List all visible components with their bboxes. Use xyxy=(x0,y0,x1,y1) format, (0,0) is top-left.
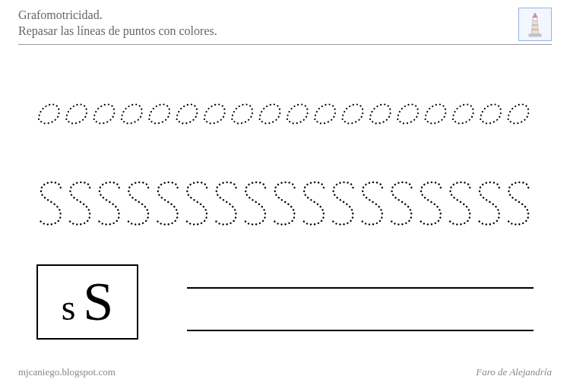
worksheet-subtitle: Repasar las líneas de puntos con colores… xyxy=(18,24,552,40)
writing-line-2 xyxy=(187,330,534,331)
tracing-row-lowercase xyxy=(36,87,534,129)
svg-rect-0 xyxy=(533,17,537,21)
lighthouse-icon xyxy=(524,11,546,37)
model-lowercase: s xyxy=(62,271,76,343)
header: Grafomotricidad. Repasar las líneas de p… xyxy=(18,8,552,40)
footer-url: mjcaniego.blogspot.com xyxy=(18,366,116,378)
letter-model-box: s S xyxy=(36,264,138,340)
footer-credit: Faro de Alejandría xyxy=(476,366,552,378)
header-divider xyxy=(18,44,552,45)
worksheet-title: Grafomotricidad. xyxy=(18,8,552,24)
model-uppercase: S xyxy=(83,266,113,338)
worksheet-page: Grafomotricidad. Repasar las líneas de p… xyxy=(0,0,570,392)
lighthouse-thumbnail xyxy=(518,8,552,41)
writing-line-1 xyxy=(187,287,534,289)
svg-rect-3 xyxy=(529,34,541,36)
tracing-row-uppercase xyxy=(36,179,534,232)
